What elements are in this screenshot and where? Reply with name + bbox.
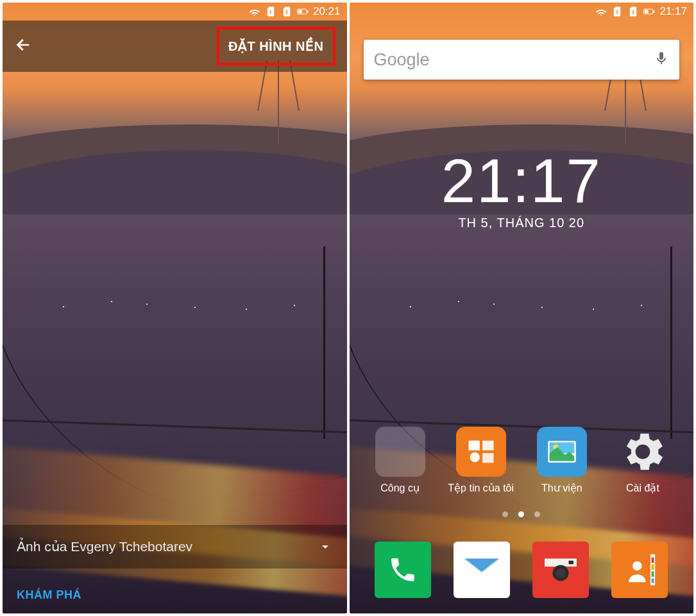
search-placeholder: Google bbox=[374, 50, 430, 70]
photo-credit-bar[interactable]: Ảnh của Evgeny Tchebotarev bbox=[3, 525, 347, 569]
svg-rect-4 bbox=[645, 10, 649, 13]
svg-rect-20 bbox=[652, 565, 654, 570]
photo-credit-text: Ảnh của Evgeny Tchebotarev bbox=[17, 539, 192, 554]
folder-icon bbox=[375, 427, 425, 477]
sim1-icon bbox=[611, 6, 623, 17]
status-bar: 21:17 bbox=[350, 3, 694, 21]
app-my-files[interactable]: Tệp tin của tôi bbox=[446, 427, 516, 494]
home-screen: 21:17 Google 21:17 TH 5, THÁNG 10 20 Côn… bbox=[350, 3, 694, 613]
svg-rect-5 bbox=[654, 10, 655, 13]
svg-rect-8 bbox=[482, 453, 493, 463]
sim2-icon bbox=[627, 6, 639, 17]
status-time: 21:17 bbox=[659, 5, 687, 18]
wallpaper-image bbox=[350, 3, 694, 613]
svg-point-15 bbox=[556, 569, 566, 578]
sim1-icon bbox=[265, 6, 276, 17]
app-label: Cài đặt bbox=[626, 482, 659, 494]
svg-rect-1 bbox=[298, 10, 302, 13]
preview-header: ĐẶT HÌNH NỀN bbox=[3, 21, 347, 72]
app-gallery[interactable]: Thư viện bbox=[527, 427, 597, 494]
svg-rect-6 bbox=[468, 441, 479, 450]
explore-button[interactable]: KHÁM PHÁ bbox=[17, 588, 81, 602]
page-dot-active bbox=[518, 511, 524, 517]
wifi-icon bbox=[595, 6, 607, 17]
dock-mail[interactable] bbox=[454, 542, 510, 598]
svg-rect-2 bbox=[307, 10, 308, 13]
wifi-icon bbox=[249, 6, 260, 17]
app-label: Thư viện bbox=[541, 482, 582, 494]
chevron-down-icon bbox=[318, 539, 333, 554]
app-settings[interactable]: Cài đặt bbox=[607, 427, 678, 494]
dock-camera[interactable] bbox=[532, 542, 589, 598]
clock-widget[interactable]: 21:17 TH 5, THÁNG 10 20 bbox=[350, 150, 694, 230]
wallpaper-image bbox=[3, 3, 347, 613]
sim2-icon bbox=[281, 6, 293, 17]
gallery-icon bbox=[537, 427, 587, 477]
sutro-tower-silhouette bbox=[278, 60, 279, 144]
status-bar: 20:21 bbox=[3, 3, 347, 21]
dock-phone[interactable] bbox=[375, 542, 431, 598]
dock bbox=[350, 542, 694, 598]
status-time: 20:21 bbox=[313, 5, 341, 18]
dock-contacts[interactable] bbox=[611, 542, 668, 598]
page-indicator[interactable] bbox=[350, 511, 694, 517]
page-dot bbox=[534, 511, 540, 517]
svg-rect-16 bbox=[569, 561, 574, 565]
svg-rect-21 bbox=[652, 571, 654, 576]
mic-icon[interactable] bbox=[654, 49, 669, 70]
app-row: Công cụ Tệp tin của tôi Thư viện Cài đặt bbox=[350, 427, 694, 494]
svg-point-7 bbox=[470, 452, 479, 462]
back-button[interactable] bbox=[14, 36, 32, 56]
app-tools-folder[interactable]: Công cụ bbox=[365, 427, 436, 494]
battery-icon bbox=[643, 6, 655, 17]
settings-icon bbox=[618, 427, 668, 477]
app-label: Công cụ bbox=[380, 482, 420, 494]
app-label: Tệp tin của tôi bbox=[448, 482, 514, 494]
wallpaper-preview-screen: 20:21 ĐẶT HÌNH NỀN Ảnh của Evgeny Tchebo… bbox=[3, 3, 347, 613]
battery-icon bbox=[297, 6, 309, 17]
svg-point-23 bbox=[633, 561, 643, 571]
svg-rect-22 bbox=[652, 578, 654, 583]
google-search-bar[interactable]: Google bbox=[364, 40, 680, 80]
clock-date: TH 5, THÁNG 10 20 bbox=[350, 216, 694, 230]
clock-time: 21:17 bbox=[350, 150, 694, 212]
set-wallpaper-button[interactable]: ĐẶT HÌNH NỀN bbox=[217, 27, 335, 65]
files-icon bbox=[456, 427, 506, 477]
page-dot bbox=[502, 511, 508, 517]
svg-rect-19 bbox=[652, 558, 654, 563]
